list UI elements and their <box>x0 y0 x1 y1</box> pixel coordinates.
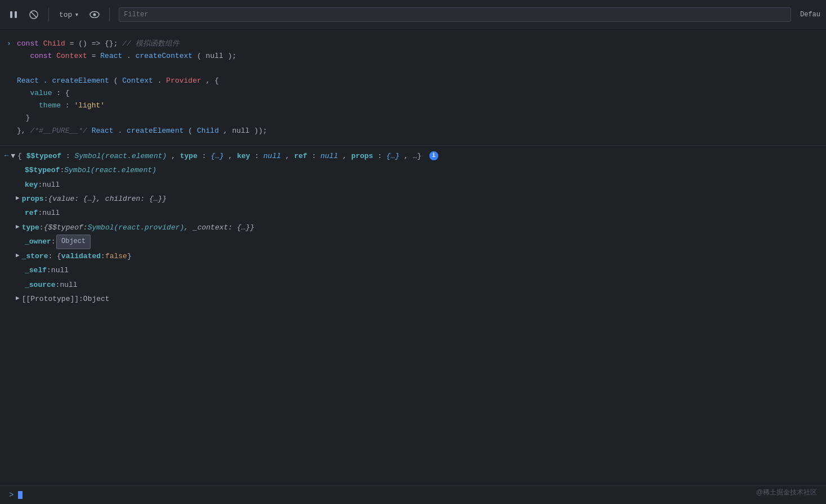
code-section: › const Child = () => {}; // 模拟函数组件 cons… <box>0 30 826 146</box>
left-arrow-icon: ← <box>5 150 8 162</box>
prop-props[interactable]: ▶ props : {value: {…}, children: {…}} <box>0 192 826 206</box>
main-content: › const Child = () => {}; // 模拟函数组件 cons… <box>0 30 826 504</box>
console-section: ← ▼ { $$typeof : Symbol(react.element) ,… <box>0 146 826 485</box>
code-line-3 <box>17 62 817 75</box>
prop-prototype[interactable]: ▶ [[Prototype]] : Object <box>0 292 826 306</box>
input-prompt: > <box>9 490 14 500</box>
svg-rect-1 <box>15 11 17 18</box>
divider-2 <box>109 8 110 21</box>
code-line-8: }, /*#__PURE__*/ React . createElement (… <box>17 125 817 137</box>
expand-prototype-arrow[interactable]: ▶ <box>16 293 20 303</box>
code-line-4: React . createElement ( Context . Provid… <box>17 75 817 87</box>
expand-store-arrow[interactable]: ▶ <box>16 250 20 260</box>
divider-1 <box>48 8 49 21</box>
collapse-arrow[interactable]: ▼ <box>11 150 15 162</box>
play-button[interactable] <box>6 7 21 22</box>
prop-type[interactable]: ▶ type : {$$typeof: Symbol(react.provide… <box>0 220 826 235</box>
input-cursor[interactable] <box>18 491 23 499</box>
svg-line-3 <box>31 12 37 17</box>
console-input-line: > <box>0 485 826 504</box>
stop-button[interactable] <box>26 7 42 22</box>
eye-button[interactable] <box>87 7 102 22</box>
code-expand-arrow[interactable]: › <box>7 38 11 50</box>
code-line-2: const Context = React . createContext ( … <box>17 50 817 62</box>
prop-key: key : null <box>0 178 826 192</box>
prop-$$typeof: $$typeof : Symbol(react.element) <box>0 163 826 177</box>
svg-point-5 <box>93 14 96 16</box>
context-label: top <box>59 11 72 19</box>
code-line-5: value : { <box>17 87 817 100</box>
prop-ref: ref : null <box>0 206 826 220</box>
info-badge[interactable]: i <box>429 151 438 160</box>
watermark: @稀土掘金技术社区 <box>756 488 817 497</box>
dropdown-icon: ▾ <box>74 10 79 19</box>
devtools-toolbar: top ▾ Defau <box>0 0 826 30</box>
default-label: Defau <box>800 11 820 19</box>
svg-rect-0 <box>10 11 12 18</box>
prop-owner: _owner : nu Object <box>0 235 826 249</box>
prop-self: _self : null <box>0 263 826 277</box>
code-line-6: theme : 'light' <box>17 100 817 112</box>
object-summary: { $$typeof : Symbol(react.element) , typ… <box>17 150 438 162</box>
prop-store[interactable]: ▶ _store : { validated : false } <box>0 249 826 263</box>
prop-source: _source : null <box>0 278 826 292</box>
code-line-7: } <box>17 112 817 124</box>
expand-props-arrow[interactable]: ▶ <box>16 193 20 203</box>
context-selector[interactable]: top ▾ <box>56 8 82 21</box>
console-object-root[interactable]: ← ▼ { $$typeof : Symbol(react.element) ,… <box>0 149 826 163</box>
filter-input[interactable] <box>119 7 791 22</box>
expand-type-arrow[interactable]: ▶ <box>16 222 20 232</box>
code-line-1: › const Child = () => {}; // 模拟函数组件 <box>17 38 817 50</box>
